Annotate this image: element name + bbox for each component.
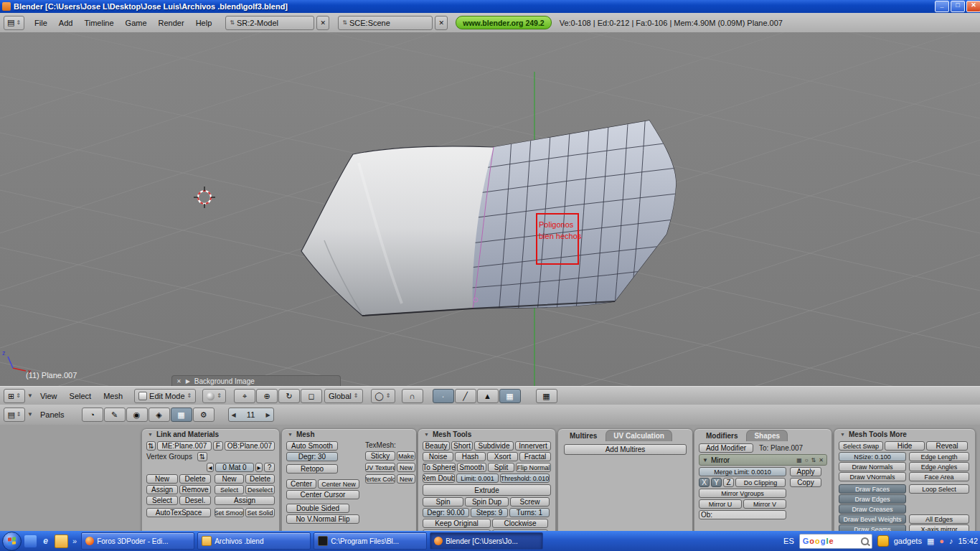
nsize-slider[interactable]: NSize: 0.100 [839, 452, 906, 461]
scene-delete-icon[interactable]: ✕ [435, 16, 448, 30]
face-area-button[interactable]: Face Area [909, 472, 969, 481]
hide-button[interactable]: Hide [885, 441, 925, 451]
add-modifier-button[interactable]: Add Modifier [699, 443, 753, 453]
taskbar-task-explorer[interactable]: C:\Program Files\Bl... [314, 532, 427, 550]
draw-faces-toggle[interactable]: Draw Faces [839, 484, 906, 494]
modifier-move-icon[interactable]: ⇅ [811, 457, 816, 463]
vertex-groups-stepper[interactable]: ⇅ [197, 452, 207, 461]
draw-normals-button[interactable]: Draw Normals [839, 462, 906, 471]
xsort-button[interactable]: Xsort [487, 452, 518, 461]
close-icon[interactable]: ✕ [176, 378, 182, 385]
beauty-button[interactable]: Beauty [423, 441, 450, 451]
tab-modifiers[interactable]: Modifiers [699, 430, 745, 441]
menu-select[interactable]: Select [65, 390, 97, 402]
panel-header-mesh-tools[interactable]: ▼ Mesh Tools [418, 429, 555, 440]
subdivide-button[interactable]: Subdivide [474, 441, 514, 451]
fake-user-button[interactable]: F [213, 441, 223, 451]
to-sphere-button[interactable]: To Sphere [423, 463, 456, 472]
collapse-triangle-icon[interactable]: ▼ [702, 457, 708, 463]
vgroup-delete-button[interactable]: Delete [179, 474, 211, 484]
vgroup-remove-button[interactable]: Remove [179, 485, 211, 494]
material-deselect-button[interactable]: Deselect [245, 485, 275, 494]
orientation-selector[interactable]: Global ⇕ [324, 389, 363, 403]
mirror-z-toggle[interactable]: Z [723, 478, 734, 487]
set-smooth-button[interactable]: Set Smoot [215, 508, 244, 517]
physics-context-button[interactable]: ⚙ [193, 408, 215, 422]
tab-shapes[interactable]: Shapes [746, 430, 788, 441]
script-context-button[interactable]: ✎ [104, 408, 126, 422]
vertex-select-mode-button[interactable]: ∙ [433, 389, 454, 403]
collapse-triangle-icon[interactable]: ▼ [840, 432, 845, 437]
mirror-v-button[interactable]: Mirror V [743, 499, 786, 509]
manipulator-translate-button[interactable]: ⊕ [256, 389, 278, 403]
menu-timeline[interactable]: Timeline [79, 17, 118, 29]
draw-creases-toggle[interactable]: Draw Creases [839, 504, 906, 514]
background-image-panel-header[interactable]: ✕ ▶ Background Image [171, 375, 341, 387]
collapse-triangle-icon[interactable]: ▼ [424, 432, 429, 437]
fractal-button[interactable]: Fractal [519, 452, 551, 461]
material-select-button[interactable]: Select [215, 485, 244, 494]
menu-view[interactable]: View [35, 390, 62, 402]
google-search-box[interactable]: G o o g l e [799, 534, 872, 549]
modifier-display-icon[interactable]: ○ [805, 457, 809, 463]
mirror-u-button[interactable]: Mirror U [699, 499, 742, 509]
degr-field[interactable]: Degr: 30 [286, 452, 338, 461]
mesh-name-field[interactable]: ME:Plane.007 [157, 441, 212, 451]
editing-context-button[interactable]: ▦ [171, 408, 192, 422]
mesh-browse-icon[interactable]: ⇅ [146, 441, 156, 451]
modifier-copy-button[interactable]: Copy [790, 478, 821, 487]
window-type-menu[interactable]: ▤ ⇕ [4, 16, 24, 30]
expand-icon[interactable]: ▶ [186, 378, 190, 385]
quick-launch-desktop-icon[interactable] [24, 535, 37, 547]
scene-selector[interactable]: ⇅ SCE:Scene [338, 16, 433, 30]
editor-type-menu[interactable]: ⊞ ⇕ [4, 389, 25, 403]
screw-button[interactable]: Screw [510, 497, 550, 507]
xaxis-mirror-button[interactable]: X-axis mirror [909, 524, 969, 531]
header-collapse-icon[interactable]: ▼ [27, 412, 33, 418]
set-solid-button[interactable]: Set Solid [245, 508, 275, 517]
spin-button[interactable]: Spin [423, 497, 463, 507]
draw-edges-toggle[interactable]: Draw Edges [839, 494, 906, 504]
menu-game[interactable]: Game [121, 17, 152, 29]
split-button[interactable]: Split [488, 463, 514, 472]
steps-field[interactable]: Steps: 9 [471, 508, 508, 517]
edge-angles-button[interactable]: Edge Angles [909, 462, 969, 471]
panel-header-mesh[interactable]: ▼ Mesh [282, 429, 416, 440]
loop-select-button[interactable]: Loop Select [909, 484, 969, 494]
keep-original-button[interactable]: Keep Original [423, 519, 491, 528]
spin-degr-field[interactable]: Degr: 90.00 [423, 508, 469, 517]
minimize-button[interactable]: _ [935, 1, 949, 12]
modifier-apply-button[interactable]: Apply [790, 467, 821, 476]
collapse-triangle-icon[interactable]: ▼ [148, 432, 153, 437]
mirror-y-toggle[interactable]: Y [711, 478, 722, 487]
select-swap-button[interactable]: Select Swap [839, 441, 883, 451]
manipulator-hand-button[interactable]: ⌖ [234, 389, 255, 403]
manipulator-scale-button[interactable]: ◻ [301, 389, 322, 403]
material-next-icon[interactable]: ▸ [255, 463, 263, 472]
logic-context-button[interactable]: ◔ [82, 408, 103, 422]
shading-context-button[interactable]: ◉ [126, 408, 148, 422]
quick-launch-folder-icon[interactable] [55, 534, 68, 548]
object-name-field[interactable]: OB:Plane.007 [225, 441, 275, 451]
flip-normal-button[interactable]: Flip Normal [516, 463, 551, 472]
screen-delete-icon[interactable]: ✕ [316, 16, 329, 30]
vgroup-deselect-button[interactable]: Desel. [179, 496, 211, 505]
menu-file[interactable]: File [29, 17, 52, 29]
mirror-modifier-strip[interactable]: ▼ Mirror ▦ ○ ⇅ ✕ [699, 454, 827, 466]
sticky-button[interactable]: Sticky [365, 451, 395, 461]
center-cursor-button[interactable]: Center Cursor [286, 490, 359, 499]
blender-version-button[interactable]: www.blender.org 249.2 [456, 16, 551, 29]
short-button[interactable]: Short [451, 441, 473, 451]
face-select-mode-button[interactable]: ▲ [477, 389, 499, 403]
material-prev-icon[interactable]: ◂ [207, 463, 214, 472]
menu-help[interactable]: Help [191, 17, 217, 29]
editor-type-menu[interactable]: ▤ ⇕ [4, 408, 25, 422]
extrude-button[interactable]: Extrude [423, 484, 551, 496]
maximize-button[interactable]: □ [951, 1, 965, 12]
mode-selector[interactable]: Edit Mode ⇕ [134, 389, 196, 403]
tray-volume-icon[interactable]: ♪ [949, 537, 953, 545]
noise-button[interactable]: Noise [423, 452, 453, 461]
edge-length-button[interactable]: Edge Length [909, 452, 969, 461]
menu-render[interactable]: Render [154, 17, 189, 29]
panel-header-mesh-tools-more[interactable]: ▼ Mesh Tools More [834, 429, 975, 440]
